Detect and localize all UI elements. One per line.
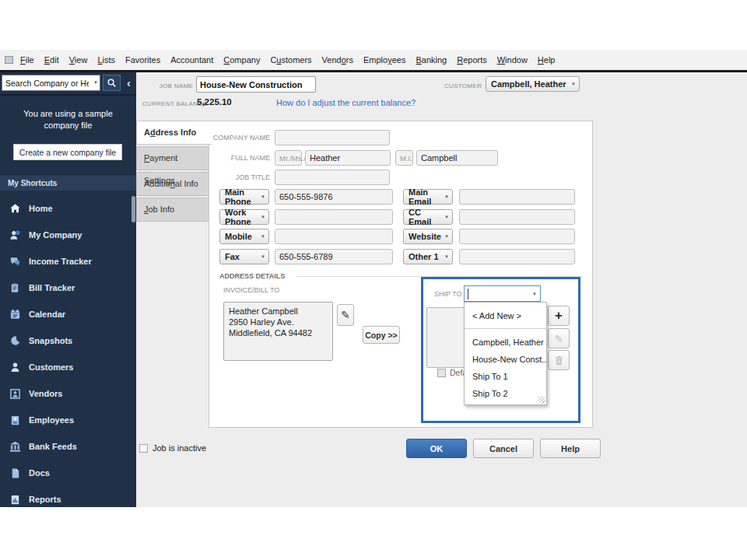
resize-grip[interactable] — [538, 397, 545, 403]
dropdown-separator — [465, 328, 546, 329]
ship-to-label: SHIP TO — [434, 290, 462, 298]
adjust-balance-link[interactable]: How do I adjust the current balance? — [276, 98, 416, 107]
job-name-input[interactable] — [196, 76, 316, 93]
dropdown-add-new[interactable]: < Add New > — [465, 307, 546, 324]
tab-address-info[interactable]: Address Info — [136, 121, 212, 145]
add-ship-address-button[interactable]: + — [548, 306, 570, 326]
sidebar-item-bill-tracker[interactable]: Bill Tracker — [0, 275, 136, 301]
ship-to-combobox[interactable]: ▼ — [464, 285, 541, 302]
sidebar-item-customers[interactable]: Customers — [0, 354, 136, 380]
dropdown-option[interactable]: Campbell, Heather — [465, 334, 546, 351]
menu-window[interactable]: Window — [497, 55, 528, 65]
menu-company[interactable]: Company — [223, 55, 260, 65]
contact-value-field[interactable]: 650-555-9876 — [275, 189, 393, 205]
contact-value-field[interactable]: 650-555-6789 — [275, 249, 393, 264]
plus-icon: + — [555, 309, 562, 323]
menu-help[interactable]: Help — [538, 55, 556, 65]
job-title-field[interactable] — [275, 170, 390, 185]
menu-banking[interactable]: Banking — [416, 55, 447, 65]
ok-button[interactable]: OK — [406, 439, 467, 458]
menu-view[interactable]: View — [69, 55, 88, 65]
current-balance-value: 5,225.10 — [197, 97, 232, 107]
tab-additional-info[interactable]: Additional Info — [136, 172, 210, 196]
menu-file[interactable]: File — [20, 55, 34, 65]
dropdown-arrow-icon: ▼ — [444, 254, 449, 259]
middle-initial-field[interactable]: M.I. — [395, 150, 413, 166]
invoice-bill-to-label: INVOICE/BILL TO — [223, 286, 279, 294]
sidebar-item-snapshots[interactable]: Snapshots — [0, 327, 136, 354]
salutation-field[interactable]: Mr./Ms./.. — [275, 150, 302, 166]
menu-favorites[interactable]: Favorites — [125, 55, 160, 65]
tab-job-info[interactable]: Job Info — [136, 198, 210, 222]
tab-payment-settings[interactable]: Payment Settings — [136, 146, 210, 170]
calendar-icon — [9, 309, 21, 320]
contact-type-combobox[interactable]: Fax▼ — [219, 249, 269, 264]
home-icon — [9, 203, 21, 215]
sidebar-item-docs[interactable]: Docs — [0, 460, 136, 486]
edit-bill-address-button[interactable]: ✎ — [337, 304, 354, 326]
ship-to-address-box — [426, 307, 467, 368]
edit-job-panel: JOB NAME CUSTOMER Campbell, Heather ▼ CU… — [136, 72, 747, 507]
vendors-icon — [9, 388, 21, 400]
dropdown-option[interactable]: House-New Const... — [465, 351, 546, 368]
menu-employees[interactable]: Employees — [363, 55, 405, 65]
sidebar-item-my-company[interactable]: My Company — [0, 222, 136, 248]
sidebar-item-vendors[interactable]: Vendors — [0, 380, 136, 407]
help-button[interactable]: Help — [540, 439, 601, 458]
contact-type-combobox[interactable]: Website▼ — [403, 229, 453, 244]
search-dropdown-icon[interactable]: ▼ — [93, 80, 98, 85]
job-name-label: JOB NAME — [154, 82, 193, 89]
menu-reports[interactable]: Reports — [457, 55, 487, 65]
customer-combobox[interactable]: Campbell, Heather ▼ — [486, 76, 580, 92]
create-company-file-button[interactable]: Create a new company file — [13, 144, 122, 160]
sidebar-item-bank-feeds[interactable]: Bank Feeds — [0, 433, 136, 460]
contact-type-combobox[interactable]: CC Email▼ — [403, 209, 453, 225]
copy-address-button[interactable]: Copy >> — [363, 326, 400, 344]
contact-value-field[interactable] — [275, 229, 393, 244]
address-info-panel: COMPANY NAME FULL NAME Mr./Ms./.. Heathe… — [209, 121, 593, 428]
search-input[interactable] — [2, 75, 100, 91]
last-name-field[interactable]: Campbell — [416, 150, 498, 166]
sidebar-item-calendar[interactable]: Calendar — [0, 301, 136, 327]
contact-type-combobox[interactable]: Main Email▼ — [403, 189, 453, 205]
pencil-icon: ✎ — [341, 309, 350, 321]
menu-vendors[interactable]: Vendors — [322, 55, 353, 65]
ship-to-highlight-box: SHIP TO Defa ▼ < Add New > Campbell, Hea… — [421, 277, 580, 423]
dropdown-arrow-icon: ▼ — [571, 82, 576, 86]
contact-value-field[interactable] — [459, 189, 575, 205]
contact-type-combobox[interactable]: Main Phone▼ — [219, 189, 269, 205]
sidebar-item-reports[interactable]: Reports — [0, 486, 136, 507]
contact-type-combobox[interactable]: Work Phone▼ — [219, 209, 269, 225]
contact-value-field[interactable] — [275, 209, 393, 225]
sidebar-item-home[interactable]: Home — [0, 195, 136, 222]
dropdown-arrow-icon: ▼ — [532, 292, 537, 296]
window-control-icon[interactable] — [5, 56, 13, 64]
menu-lists[interactable]: Lists — [97, 55, 115, 65]
cancel-button[interactable]: Cancel — [473, 439, 534, 458]
sidebar-scrollbar[interactable] — [132, 196, 135, 222]
edit-ship-address-button[interactable]: ✎ — [548, 328, 570, 348]
default-shipping-checkbox[interactable] — [437, 369, 446, 377]
contact-value-field[interactable] — [459, 209, 575, 225]
customer-label: CUSTOMER — [444, 82, 482, 89]
company-name-field[interactable] — [275, 130, 390, 145]
sidebar-item-employees[interactable]: Employees — [0, 407, 136, 433]
menu-edit[interactable]: Edit — [44, 55, 59, 65]
contact-value-field[interactable] — [459, 249, 575, 264]
trash-icon — [554, 355, 564, 366]
bill-to-address-box[interactable]: Heather Campbell 2950 Harley Ave. Middle… — [223, 302, 333, 361]
collapse-sidebar-icon[interactable]: ‹ — [127, 77, 131, 89]
contact-type-combobox[interactable]: Other 1▼ — [403, 249, 453, 264]
contact-value-field[interactable] — [459, 229, 575, 244]
sidebar-item-income-tracker[interactable]: Income Tracker — [0, 248, 136, 275]
search-button[interactable] — [103, 75, 121, 91]
sample-file-notice: You are using a sample company file — [0, 108, 136, 131]
menu-customers[interactable]: Customers — [270, 55, 311, 65]
job-inactive-checkbox[interactable] — [139, 444, 148, 453]
delete-ship-address-button[interactable] — [548, 350, 570, 370]
first-name-field[interactable]: Heather — [305, 150, 391, 166]
dropdown-option[interactable]: Ship To 2 — [465, 385, 546, 402]
dropdown-option[interactable]: Ship To 1 — [465, 368, 546, 385]
menu-accountant[interactable]: Accountant — [170, 55, 213, 65]
contact-type-combobox[interactable]: Mobile▼ — [219, 229, 269, 244]
